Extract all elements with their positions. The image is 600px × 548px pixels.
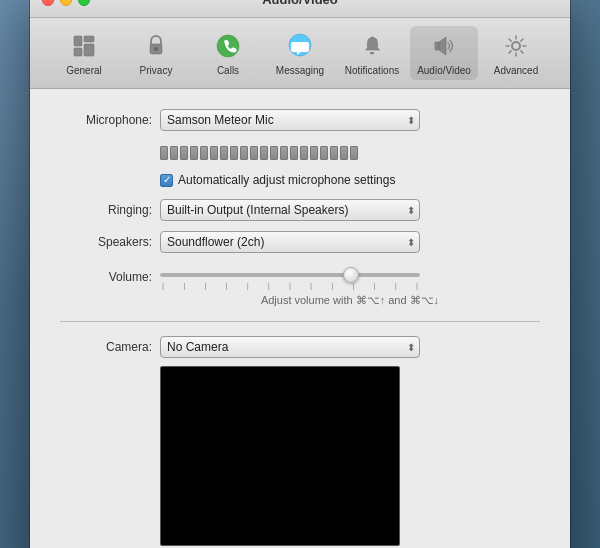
auto-adjust-checkbox[interactable]: ✓ <box>160 174 173 187</box>
camera-label: Camera: <box>60 340 160 354</box>
window-title: Audio/Video <box>262 0 338 7</box>
tab-messaging-label: Messaging <box>276 65 324 76</box>
speakers-label: Speakers: <box>60 235 160 249</box>
general-icon <box>68 30 100 62</box>
tick-9: | <box>331 281 333 290</box>
tick-11: | <box>374 281 376 290</box>
mic-bar-12 <box>270 146 278 160</box>
advanced-icon <box>500 30 532 62</box>
mic-bar-13 <box>280 146 288 160</box>
privacy-icon <box>140 30 172 62</box>
mic-bar-9 <box>240 146 248 160</box>
tab-privacy-label: Privacy <box>140 65 173 76</box>
ringing-select[interactable]: Built-in Output (Internal Speakers) Soun… <box>160 199 420 221</box>
calls-icon <box>212 30 244 62</box>
tick-6: | <box>268 281 270 290</box>
tab-calls[interactable]: Calls <box>194 26 262 80</box>
volume-slider[interactable] <box>160 273 420 277</box>
mic-bar-18 <box>330 146 338 160</box>
maximize-button[interactable] <box>78 0 90 6</box>
tab-general[interactable]: General <box>50 26 118 80</box>
mic-bar-14 <box>290 146 298 160</box>
svg-point-6 <box>217 35 239 57</box>
ringing-select-wrapper: Built-in Output (Internal Speakers) Soun… <box>160 199 420 221</box>
tick-7: | <box>289 281 291 290</box>
traffic-lights <box>42 0 90 6</box>
tick-8: | <box>310 281 312 290</box>
microphone-select-wrapper: Samson Meteor Mic Built-in Microphone No… <box>160 109 420 131</box>
messaging-icon <box>284 30 316 62</box>
svg-marker-8 <box>435 42 439 50</box>
microphone-row: Microphone: Samson Meteor Mic Built-in M… <box>60 109 540 131</box>
mic-bar-19 <box>340 146 348 160</box>
camera-select[interactable]: No Camera <box>160 336 420 358</box>
volume-row: Volume: | | | | | | | | | | | | | <box>60 263 540 290</box>
audiovideo-icon <box>428 30 460 62</box>
svg-rect-0 <box>74 36 82 46</box>
tick-13: | <box>416 281 418 290</box>
svg-marker-9 <box>439 37 446 55</box>
microphone-label: Microphone: <box>60 113 160 127</box>
mic-bar-15 <box>300 146 308 160</box>
auto-adjust-label: Automatically adjust microphone settings <box>178 173 395 187</box>
microphone-select[interactable]: Samson Meteor Mic Built-in Microphone No… <box>160 109 420 131</box>
speakers-row: Speakers: Soundflower (2ch) Built-in Out… <box>60 231 540 253</box>
content-area: Microphone: Samson Meteor Mic Built-in M… <box>30 89 570 548</box>
mic-bar-16 <box>310 146 318 160</box>
svg-point-5 <box>154 47 158 51</box>
mic-level-row <box>60 141 540 163</box>
tick-2: | <box>183 281 185 290</box>
mic-bar-5 <box>200 146 208 160</box>
ringing-control: Built-in Output (Internal Speakers) Soun… <box>160 199 540 221</box>
svg-rect-1 <box>74 48 82 56</box>
microphone-control: Samson Meteor Mic Built-in Microphone No… <box>160 109 540 131</box>
volume-hint: Adjust volume with ⌘⌥↑ and ⌘⌥↓ <box>160 294 540 307</box>
close-button[interactable] <box>42 0 54 6</box>
camera-row: Camera: No Camera ⬍ <box>60 336 540 358</box>
mic-bar-1 <box>160 146 168 160</box>
tick-12: | <box>395 281 397 290</box>
tab-privacy[interactable]: Privacy <box>122 26 190 80</box>
speakers-select[interactable]: Soundflower (2ch) Built-in Output (Inter… <box>160 231 420 253</box>
main-window: Audio/Video General <box>30 0 570 548</box>
mic-bar-2 <box>170 146 178 160</box>
mic-bar-20 <box>350 146 358 160</box>
mic-level-bars <box>160 144 358 160</box>
tab-general-label: General <box>66 65 102 76</box>
titlebar: Audio/Video <box>30 0 570 18</box>
auto-adjust-row: ✓ Automatically adjust microphone settin… <box>160 173 540 187</box>
tick-10: | <box>352 281 354 290</box>
tab-notifications[interactable]: Notifications <box>338 26 406 80</box>
tab-audiovideo[interactable]: Audio/Video <box>410 26 478 80</box>
camera-select-wrapper: No Camera ⬍ <box>160 336 420 358</box>
tick-3: | <box>204 281 206 290</box>
tab-calls-label: Calls <box>217 65 239 76</box>
tab-advanced[interactable]: Advanced <box>482 26 550 80</box>
svg-rect-2 <box>84 36 94 42</box>
mic-bar-7 <box>220 146 228 160</box>
camera-control: No Camera ⬍ <box>160 336 540 358</box>
tab-notifications-label: Notifications <box>345 65 399 76</box>
tab-messaging[interactable]: Messaging <box>266 26 334 80</box>
mic-bar-3 <box>180 146 188 160</box>
camera-preview <box>160 366 400 546</box>
checkmark-icon: ✓ <box>163 175 171 185</box>
notifications-icon <box>356 30 388 62</box>
tick-1: | <box>162 281 164 290</box>
minimize-button[interactable] <box>60 0 72 6</box>
tab-advanced-label: Advanced <box>494 65 538 76</box>
toolbar: General Privacy Calls <box>30 18 570 89</box>
tick-4: | <box>225 281 227 290</box>
volume-slider-container: | | | | | | | | | | | | | <box>160 263 420 290</box>
mic-bar-10 <box>250 146 258 160</box>
mic-bar-11 <box>260 146 268 160</box>
section-divider <box>60 321 540 322</box>
svg-rect-3 <box>84 44 94 56</box>
mic-bar-17 <box>320 146 328 160</box>
svg-point-10 <box>512 42 520 50</box>
tick-5: | <box>247 281 249 290</box>
mic-bar-4 <box>190 146 198 160</box>
ringing-label: Ringing: <box>60 203 160 217</box>
mic-bar-8 <box>230 146 238 160</box>
speakers-control: Soundflower (2ch) Built-in Output (Inter… <box>160 231 540 253</box>
